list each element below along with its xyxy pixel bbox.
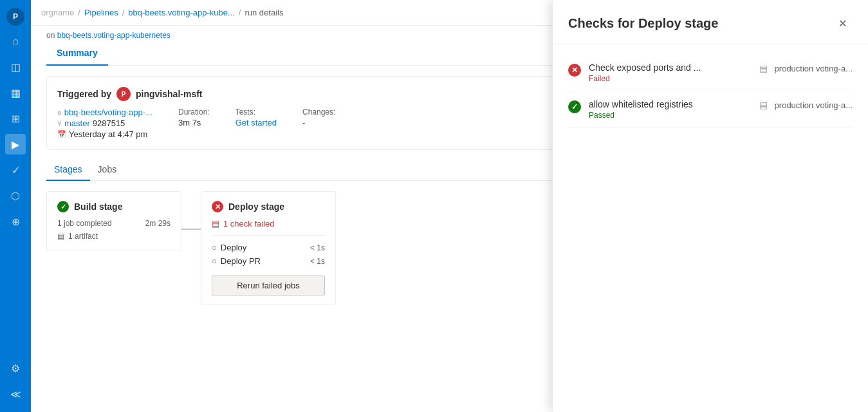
deploy-jobs: ○ Deploy < 1s ○ Deploy PR < 1s	[212, 235, 325, 268]
commit-sha: 9287515	[93, 118, 125, 128]
branch-link[interactable]: master	[64, 118, 90, 128]
panel-body: ✕ Check exposed ports and ... Failed ▤ p…	[553, 44, 868, 412]
duration-value: 3m 7s	[178, 118, 210, 127]
check-resource-icon-1: ▤	[758, 62, 770, 74]
check-resource-icon-2: ▤	[758, 99, 770, 111]
meta-duration: Duration: 3m 7s	[178, 108, 210, 127]
build-duration: 2m 29s	[145, 219, 171, 228]
deploy-status-icon: ✕	[212, 201, 223, 212]
branch-repo-link[interactable]: bbq-beets.voting-app-kubernetes	[57, 31, 171, 40]
repos-nav-icon[interactable]: ⊞	[5, 108, 26, 129]
build-status-icon: ✓	[57, 201, 69, 212]
tests-link[interactable]: Get started	[235, 118, 277, 127]
check-status-icon-1: ✕	[568, 64, 581, 77]
deploy-job-time-2: < 1s	[310, 257, 325, 266]
deploy-stage-header: ✕ Deploy stage	[212, 201, 325, 212]
deploy-job-left-1: ○ Deploy	[212, 243, 246, 252]
boards-nav-icon[interactable]: ◫	[5, 57, 26, 77]
breadcrumb-run: run details	[245, 8, 283, 17]
check-failed-link[interactable]: ▤ 1 check failed	[212, 219, 325, 229]
check-right-2: ▤ production voting-a...	[758, 99, 853, 111]
check-info-1: Check exposed ports and ... Failed	[589, 62, 701, 83]
pipelines-nav-icon[interactable]: ▶	[5, 134, 26, 154]
changes-value: -	[302, 118, 335, 127]
deploy-job-name-2: Deploy PR	[221, 256, 261, 266]
deploy-job-name-1: Deploy	[221, 243, 246, 252]
meta-date-value: 📅 Yesterday at 4:47 pm	[57, 129, 152, 139]
check-status-icon-2: ✓	[568, 100, 581, 113]
triggered-avatar: P	[116, 87, 131, 101]
repo-icon: ○	[57, 109, 62, 117]
meta-repo-value: ○ bbq-beets/voting-app-...	[57, 108, 152, 117]
check-failed-label: 1 check failed	[223, 219, 275, 229]
check-failed-icon: ▤	[212, 219, 219, 229]
deploy-stage-card: ✕ Deploy stage ▤ 1 check failed ○ Deploy…	[201, 191, 336, 305]
meta-tests: Tests: Get started	[235, 108, 277, 127]
deploy-job-left-2: ○ Deploy PR	[212, 256, 261, 266]
build-jobs-completed: 1 job completed	[57, 219, 112, 228]
deploy-clock-icon-1: ○	[212, 243, 217, 252]
calendar-icon: 📅	[57, 130, 66, 138]
changes-label: Changes:	[302, 108, 335, 117]
work-nav-icon[interactable]: ▦	[5, 82, 26, 103]
panel-title: Checks for Deploy stage	[568, 16, 718, 31]
settings-nav-icon[interactable]: ⚙	[5, 358, 26, 379]
on-prefix: on	[46, 31, 55, 40]
date-text: Yesterday at 4:47 pm	[69, 129, 147, 139]
check-right-1: ▤ production voting-a...	[758, 62, 853, 74]
check-status-text-1: Failed	[589, 74, 701, 83]
triggered-username: pingvishal-msft	[136, 89, 202, 99]
breadcrumb-sep-2: /	[122, 8, 125, 17]
breadcrumb-repo[interactable]: bbq-beets.voting-app-kube...	[128, 8, 235, 17]
subtab-stages[interactable]: Stages	[46, 160, 90, 181]
checks-panel: Checks for Deploy stage ✕ ✕ Check expose…	[553, 0, 868, 412]
user-avatar[interactable]: P	[6, 8, 24, 26]
stage-connector	[181, 229, 201, 230]
build-stage-title: Build stage	[74, 201, 122, 212]
deploy-clock-icon-2: ○	[212, 256, 217, 266]
check-resource-1: production voting-a...	[775, 64, 853, 73]
marketplace-nav-icon[interactable]: ⊕	[5, 211, 26, 232]
deploy-job-time-1: < 1s	[310, 243, 325, 252]
subtab-jobs[interactable]: Jobs	[90, 160, 125, 181]
deploy-job-row-2: ○ Deploy PR < 1s	[212, 254, 325, 268]
check-left-1: ✕ Check exposed ports and ... Failed	[568, 62, 701, 83]
branch-icon: ⑂	[57, 119, 62, 128]
meta-changes: Changes: -	[302, 108, 335, 127]
meta-repo: ○ bbq-beets/voting-app-... ⑂ master 9287…	[57, 108, 152, 139]
breadcrumb-sep-3: /	[239, 8, 241, 17]
duration-label: Duration:	[178, 108, 210, 117]
repo-link[interactable]: bbq-beets/voting-app-...	[64, 108, 152, 117]
home-nav-icon[interactable]: ⌂	[5, 31, 26, 52]
check-name-2: allow whitelisted registries	[589, 99, 693, 109]
check-status-text-2: Passed	[589, 111, 693, 120]
tab-summary[interactable]: Summary	[46, 42, 108, 66]
sidebar: P ⌂ ◫ ▦ ⊞ ▶ ✓ ⬡ ⊕ ⚙ ≪	[0, 0, 31, 412]
breadcrumb-pipelines[interactable]: Pipelines	[84, 8, 118, 17]
rerun-failed-jobs-button[interactable]: Rerun failed jobs	[212, 276, 325, 295]
check-row-1: ✕ Check exposed ports and ... Failed ▤ p…	[568, 55, 853, 91]
deploy-stage-title: Deploy stage	[228, 201, 284, 212]
breadcrumb-sep-1: /	[78, 8, 80, 17]
panel-header: Checks for Deploy stage ✕	[553, 0, 868, 44]
check-row-2: ✓ allow whitelisted registries Passed ▤ …	[568, 91, 853, 128]
build-stage-card: ✓ Build stage 1 job completed 2m 29s ▤ 1…	[46, 191, 181, 250]
testplans-nav-icon[interactable]: ✓	[5, 160, 26, 180]
build-stage-header: ✓ Build stage	[57, 201, 171, 212]
artifacts-nav-icon[interactable]: ⬡	[5, 185, 26, 206]
artifact-count: 1 artifact	[68, 232, 98, 241]
check-info-2: allow whitelisted registries Passed	[589, 99, 693, 120]
breadcrumb-org: orgname	[41, 8, 74, 17]
check-name-1: Check exposed ports and ...	[589, 62, 701, 73]
collapse-nav-icon[interactable]: ≪	[5, 384, 26, 404]
check-resource-2: production voting-a...	[775, 100, 853, 110]
build-artifact: ▤ 1 artifact	[57, 232, 171, 241]
tests-label: Tests:	[235, 108, 277, 117]
build-stage-meta: 1 job completed 2m 29s	[57, 219, 171, 228]
deploy-job-row-1: ○ Deploy < 1s	[212, 241, 325, 254]
meta-branch-value: ⑂ master 9287515	[57, 118, 152, 128]
artifact-icon: ▤	[57, 232, 64, 241]
triggered-label: Triggered by	[57, 89, 111, 99]
check-left-2: ✓ allow whitelisted registries Passed	[568, 99, 693, 120]
panel-close-button[interactable]: ✕	[832, 13, 853, 33]
